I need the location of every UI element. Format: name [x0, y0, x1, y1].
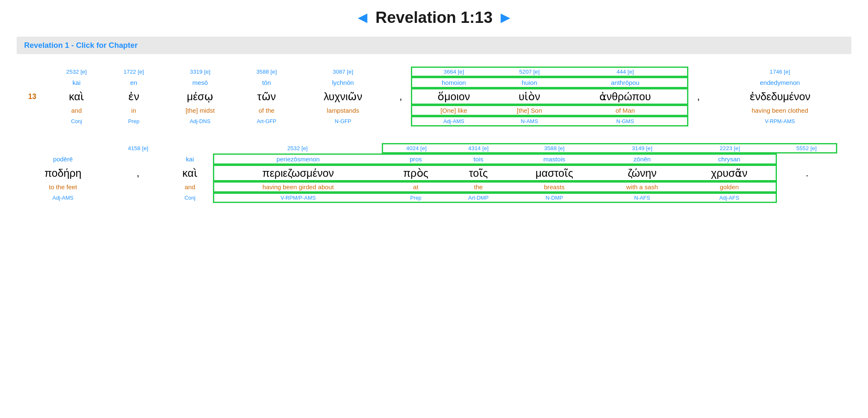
greek-word: ποδήρη [17, 165, 109, 181]
greek-word: τῶν [238, 88, 295, 105]
transliteration: en [105, 77, 163, 88]
word-table-2: 4158 [e]2532 [e]4024 [e]4314 [e]3588 [e]… [17, 143, 851, 203]
chapter-link-bar[interactable]: Revelation 1 - Click for Chapter [17, 37, 851, 54]
transliteration: mastois [507, 153, 601, 165]
english-translation: [the] midst [162, 105, 238, 116]
strongs-ref[interactable]: 3319 [e] [162, 67, 238, 77]
strongs-ref[interactable]: 3588 [e] [507, 143, 601, 153]
grammar-code: N-GMS [563, 116, 688, 126]
greek-word: μαστοῖς [507, 165, 601, 181]
word-table-1: 132532 [e]1722 [e]3319 [e]3588 [e]3087 [… [17, 67, 851, 126]
transliteration: tōn [238, 77, 295, 88]
strongs-ref[interactable]: 3087 [e] [295, 67, 391, 77]
grammar-code: Adj-AFS [683, 193, 777, 203]
transliteration: periezōsmenon [213, 153, 382, 165]
grammar-code: Art-DMP [450, 193, 507, 203]
strongs-ref[interactable]: 2223 [e] [683, 143, 777, 153]
next-arrow[interactable]: ► [497, 8, 513, 27]
english-translation: [One] like [411, 105, 496, 116]
strongs-ref[interactable]: 5552 [e] [777, 143, 837, 153]
transliteration: endedymenon [708, 77, 851, 88]
english-translation: of Man [563, 105, 688, 116]
grammar-code: N-AFS [601, 193, 683, 203]
verse-number: 13 [17, 67, 48, 126]
strongs-ref[interactable]: 3664 [e] [411, 67, 496, 77]
greek-word: τοῖς [450, 165, 507, 181]
english-translation: to the feet [17, 181, 109, 193]
english-translation: with a sash [601, 181, 683, 193]
greek-word: ἐν [105, 88, 163, 105]
transliteration: pros [382, 153, 450, 165]
transliteration: kai [167, 153, 213, 165]
greek-word: ἐνδεδυμένον [708, 88, 851, 105]
grammar-code: Adj-DNS [162, 116, 238, 126]
english-translation: at [382, 181, 450, 193]
strongs-ref[interactable]: 4314 [e] [450, 143, 507, 153]
english-translation: and [48, 105, 105, 116]
greek-word: ὅμοιον [411, 88, 496, 105]
grammar-code: V-RPM/P-AMS [213, 193, 382, 203]
greek-word: ἀνθρώπου [563, 88, 688, 105]
english-translation: having been clothed [708, 105, 851, 116]
transliteration: zōnēn [601, 153, 683, 165]
strongs-ref[interactable]: 3588 [e] [238, 67, 295, 77]
grammar-code: N-AMS [496, 116, 563, 126]
grammar-code: Adj-AMS [17, 193, 109, 203]
grammar-code: N-DMP [507, 193, 601, 203]
greek-word: υἱὸν [496, 88, 563, 105]
english-translation: the [450, 181, 507, 193]
english-translation: golden [683, 181, 777, 193]
english-translation: of the [238, 105, 295, 116]
grammar-code: Conj [167, 193, 213, 203]
punctuation: , [688, 88, 708, 105]
strongs-ref[interactable]: 2532 [e] [213, 143, 382, 153]
transliteration: homoion [411, 77, 496, 88]
english-translation: breasts [507, 181, 601, 193]
verse-section-2: 4158 [e]2532 [e]4024 [e]4314 [e]3588 [e]… [17, 143, 851, 220]
punctuation: . [777, 165, 837, 181]
greek-word: ζώνην [601, 165, 683, 181]
english-translation: and [167, 181, 213, 193]
strongs-ref[interactable]: 4024 [e] [382, 143, 450, 153]
strongs-ref[interactable]: 4158 [e] [109, 143, 167, 153]
english-translation: in [105, 105, 163, 116]
grammar-code: Art-GFP [238, 116, 295, 126]
greek-word: χρυσᾶν [683, 165, 777, 181]
grammar-code: Conj [48, 116, 105, 126]
grammar-code: V-RPM-AMS [708, 116, 851, 126]
transliteration: tois [450, 153, 507, 165]
greek-word: καὶ [48, 88, 105, 105]
transliteration: podērē [17, 153, 109, 165]
strongs-ref[interactable]: 3149 [e] [601, 143, 683, 153]
strongs-ref[interactable]: 1722 [e] [105, 67, 163, 77]
transliteration: lychnōn [295, 77, 391, 88]
english-translation: [the] Son [496, 105, 563, 116]
greek-word: μέσῳ [162, 88, 238, 105]
grammar-code: Prep [382, 193, 450, 203]
transliteration: chrysan [683, 153, 777, 165]
page-title: ◄ Revelation 1:13 ► [17, 8, 851, 27]
transliteration: kai [48, 77, 105, 88]
transliteration: huion [496, 77, 563, 88]
english-translation: lampstands [295, 105, 391, 116]
prev-arrow[interactable]: ◄ [355, 8, 371, 27]
transliteration: anthrōpou [563, 77, 688, 88]
grammar-code: N-GFP [295, 116, 391, 126]
punctuation: , [109, 165, 167, 181]
chapter-link-text[interactable]: Revelation 1 - Click for Chapter [24, 41, 138, 49]
strongs-ref[interactable]: 444 [e] [563, 67, 688, 77]
strongs-ref[interactable]: 5207 [e] [496, 67, 563, 77]
title-text: Revelation 1:13 [376, 8, 493, 27]
greek-word: καὶ [167, 165, 213, 181]
greek-word: λυχνιῶν [295, 88, 391, 105]
strongs-ref[interactable]: 2532 [e] [48, 67, 105, 77]
transliteration: mesō [162, 77, 238, 88]
greek-word: περιεζωσμένον [213, 165, 382, 181]
verse-section-1: 132532 [e]1722 [e]3319 [e]3588 [e]3087 [… [17, 67, 851, 143]
grammar-code: Adj-AMS [411, 116, 496, 126]
grammar-code: Prep [105, 116, 163, 126]
punctuation: , [391, 88, 411, 105]
greek-word: πρὸς [382, 165, 450, 181]
strongs-ref[interactable]: 1746 [e] [708, 67, 851, 77]
english-translation: having been girded about [213, 181, 382, 193]
